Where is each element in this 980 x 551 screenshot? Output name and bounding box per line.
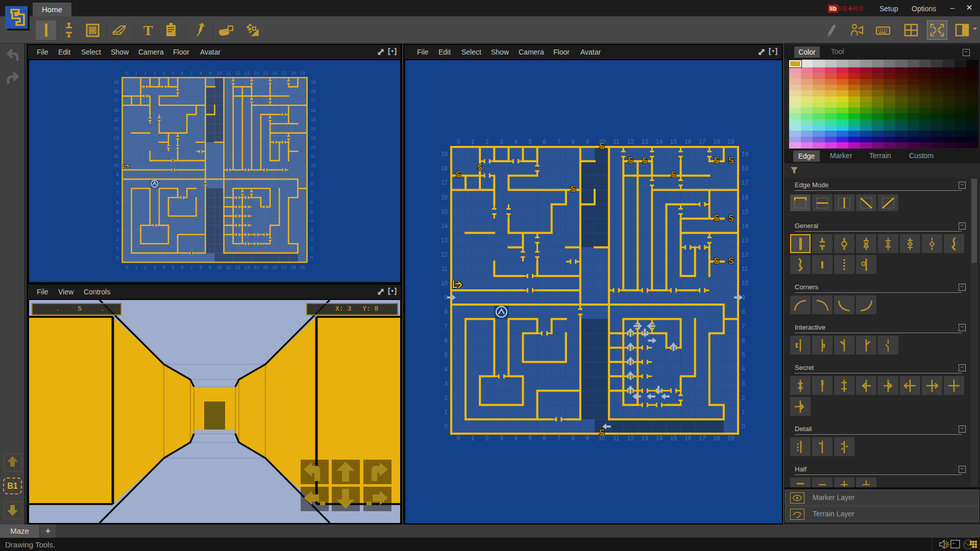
- svg-text:13: 13: [244, 265, 250, 270]
- svg-text:19: 19: [727, 435, 734, 442]
- svg-text:7: 7: [116, 190, 118, 195]
- svg-text:19: 19: [742, 151, 749, 158]
- svg-text:17: 17: [281, 70, 286, 76]
- svg-text:4: 4: [514, 138, 518, 145]
- svg-text:10: 10: [598, 435, 605, 442]
- svg-text:15: 15: [113, 117, 118, 122]
- svg-text:4: 4: [162, 70, 165, 76]
- svg-text:18: 18: [441, 165, 448, 172]
- svg-text:1: 1: [742, 409, 745, 416]
- svg-text:11: 11: [226, 265, 231, 270]
- svg-text:10: 10: [217, 265, 222, 270]
- svg-text:9: 9: [444, 294, 448, 301]
- svg-text:17: 17: [113, 98, 118, 103]
- svg-text:8: 8: [200, 265, 202, 270]
- svg-text:1: 1: [135, 70, 137, 76]
- svg-text:13: 13: [311, 135, 316, 140]
- svg-text:6: 6: [311, 200, 313, 205]
- svg-text:2: 2: [444, 394, 448, 402]
- svg-text:5: 5: [528, 435, 532, 442]
- svg-text:>-: >-: [952, 542, 956, 545]
- svg-text:0: 0: [457, 435, 460, 442]
- svg-text:19: 19: [727, 138, 734, 145]
- svg-text:18: 18: [713, 435, 720, 442]
- svg-text:15: 15: [441, 208, 448, 215]
- svg-text:16: 16: [113, 108, 118, 113]
- svg-text:S: S: [456, 170, 461, 179]
- svg-text:11: 11: [311, 154, 315, 159]
- svg-text:9: 9: [209, 70, 211, 76]
- svg-text:10: 10: [217, 70, 222, 76]
- svg-text:3: 3: [311, 228, 313, 233]
- svg-text:9: 9: [742, 294, 745, 301]
- svg-text:9: 9: [586, 435, 590, 442]
- svg-text:13: 13: [742, 237, 749, 244]
- svg-text:2: 2: [485, 435, 489, 442]
- svg-text:1: 1: [311, 246, 313, 251]
- svg-text:15: 15: [742, 208, 749, 215]
- svg-text:8: 8: [742, 308, 745, 315]
- svg-text:7: 7: [311, 190, 313, 195]
- svg-text:17: 17: [441, 179, 448, 186]
- svg-text:12: 12: [441, 251, 448, 258]
- svg-text:15: 15: [263, 70, 268, 76]
- svg-text:12: 12: [311, 144, 316, 149]
- svg-text:13: 13: [113, 135, 118, 140]
- svg-text:10: 10: [113, 163, 118, 168]
- svg-text:6: 6: [543, 435, 546, 442]
- svg-text:6: 6: [181, 265, 184, 270]
- svg-text:S: S: [799, 383, 802, 389]
- svg-text:15: 15: [263, 265, 268, 270]
- svg-text:4: 4: [514, 435, 518, 442]
- svg-text:S: S: [714, 156, 720, 165]
- svg-text:14: 14: [254, 70, 259, 76]
- svg-text:5: 5: [172, 265, 175, 270]
- svg-text:0: 0: [126, 70, 128, 76]
- svg-text:8: 8: [444, 308, 448, 315]
- svg-text:14: 14: [254, 265, 259, 270]
- svg-text:0: 0: [116, 255, 118, 260]
- svg-text:2: 2: [144, 265, 146, 270]
- svg-text:6: 6: [181, 70, 184, 76]
- svg-text:8: 8: [572, 138, 575, 145]
- svg-text:18: 18: [290, 265, 296, 270]
- svg-text:4: 4: [444, 366, 448, 373]
- svg-text:7: 7: [444, 323, 448, 330]
- svg-text:19: 19: [113, 80, 118, 85]
- svg-text:19: 19: [300, 265, 305, 270]
- svg-text:S: S: [728, 156, 734, 165]
- svg-text:5: 5: [742, 352, 745, 359]
- svg-text:3: 3: [153, 70, 156, 76]
- svg-text:1: 1: [471, 435, 475, 442]
- svg-text:6: 6: [116, 200, 118, 205]
- svg-text:4: 4: [116, 218, 118, 223]
- svg-text:13: 13: [441, 237, 448, 244]
- svg-text:12: 12: [627, 435, 634, 442]
- svg-text:6: 6: [742, 337, 745, 344]
- svg-text:7: 7: [557, 138, 560, 145]
- svg-text:9: 9: [311, 172, 313, 177]
- svg-text:19: 19: [311, 80, 316, 85]
- svg-text:13: 13: [244, 70, 250, 76]
- svg-text:15: 15: [311, 117, 316, 122]
- svg-text:3: 3: [742, 380, 745, 387]
- svg-text:12: 12: [742, 251, 749, 258]
- svg-text:12: 12: [627, 138, 634, 145]
- svg-text:17: 17: [699, 435, 706, 442]
- svg-text:16: 16: [684, 435, 692, 442]
- svg-text:0: 0: [126, 265, 128, 270]
- svg-text:16: 16: [272, 265, 277, 270]
- svg-text:7: 7: [190, 265, 193, 270]
- svg-text:10: 10: [598, 138, 605, 145]
- svg-text:16: 16: [441, 194, 448, 201]
- svg-text:14: 14: [441, 222, 448, 230]
- svg-text:S: S: [728, 257, 734, 265]
- svg-text:17: 17: [281, 265, 286, 270]
- svg-text:18: 18: [290, 70, 296, 76]
- svg-text:S: S: [642, 156, 648, 165]
- svg-text:S: S: [714, 257, 720, 265]
- svg-text:13: 13: [642, 138, 649, 145]
- svg-text:12: 12: [235, 70, 240, 76]
- svg-text:5: 5: [172, 70, 175, 76]
- svg-text:12: 12: [113, 144, 118, 149]
